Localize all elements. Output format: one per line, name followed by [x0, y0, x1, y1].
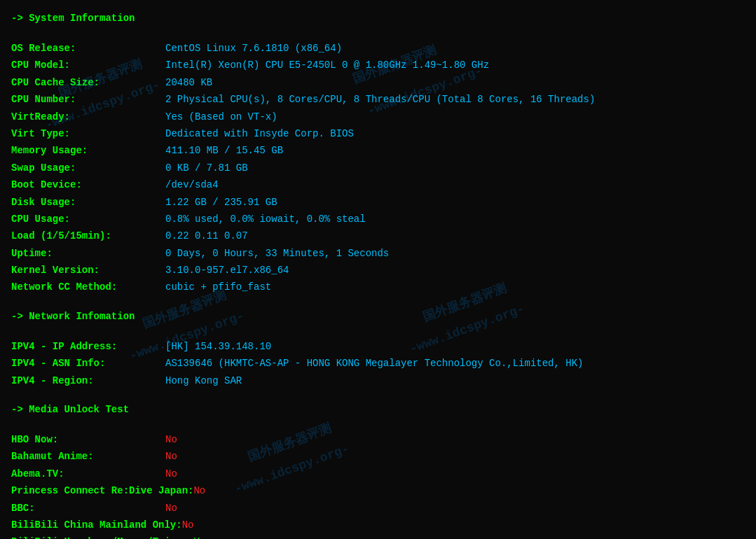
row-value: 0 KB / 7.81 GB: [165, 160, 248, 176]
row-label: VirtReady:: [11, 109, 165, 125]
table-row: Swap Usage:0 KB / 7.81 GB: [11, 160, 745, 176]
media-info-rows: HBO Now:NoBahamut Anime:NoAbema.TV:NoPri…: [11, 432, 745, 539]
row-label: Bahamut Anime:: [11, 449, 165, 464]
row-label: Boot Device:: [11, 177, 165, 192]
table-row: IPV4 - ASN Info:AS139646 (HKMTC-AS-AP - …: [11, 356, 745, 371]
row-label: BiliBili Hongkong/Macau/Taiwan:: [11, 534, 193, 539]
system-info-rows: OS Release:CentOS Linux 7.6.1810 (x86_64…: [11, 41, 745, 295]
row-value: 3.10.0-957.el7.x86_64: [165, 262, 289, 278]
row-value: 0 Days, 0 Hours, 33 Minutes, 1 Seconds: [165, 246, 389, 261]
row-value: 411.10 MB / 15.45 GB: [165, 143, 283, 158]
row-value: [HK] 154.39.148.10: [165, 339, 271, 354]
row-label: IPV4 - IP Address:: [11, 339, 165, 354]
table-row: Load (1/5/15min):0.22 0.11 0.07: [11, 228, 745, 244]
row-label: CPU Cache Size:: [11, 75, 165, 90]
table-row: HBO Now:No: [11, 432, 745, 447]
table-row: Disk Usage:1.22 GB / 235.91 GB: [11, 195, 745, 210]
row-label: Princess Connect Re:Dive Japan:: [11, 483, 193, 498]
table-row: VirtReady:Yes (Based on VT-x): [11, 109, 745, 125]
table-row: IPV4 - Region: Hong Kong SAR: [11, 373, 745, 388]
row-value: No: [193, 483, 205, 498]
table-row: Memory Usage:411.10 MB / 15.45 GB: [11, 143, 745, 158]
row-value: Hong Kong SAR: [165, 373, 242, 388]
row-label: Virt Type:: [11, 126, 165, 141]
row-value: Yes (Based on VT-x): [165, 109, 277, 125]
table-row: CPU Model:Intel(R) Xeon(R) CPU E5-2450L …: [11, 57, 745, 73]
network-section-header: -> Network Infomation: [11, 311, 745, 322]
row-label: Memory Usage:: [11, 143, 165, 158]
table-row: CPU Usage:0.8% used, 0.0% iowait, 0.0% s…: [11, 211, 745, 227]
row-value: No: [165, 500, 177, 516]
row-label: Abema.TV:: [11, 466, 165, 482]
table-row: OS Release:CentOS Linux 7.6.1810 (x86_64…: [11, 41, 745, 56]
row-value: No: [165, 449, 177, 464]
row-value: 20480 KB: [165, 75, 212, 90]
table-row: CPU Number:2 Physical CPU(s), 8 Cores/CP…: [11, 92, 745, 107]
table-row: Uptime:0 Days, 0 Hours, 33 Minutes, 1 Se…: [11, 246, 745, 261]
table-row: Kernel Version:3.10.0-957.el7.x86_64: [11, 262, 745, 278]
table-row: BBC:No: [11, 500, 745, 516]
table-row: BiliBili Hongkong/Macau/Taiwan:Yes: [11, 534, 745, 539]
row-value: 2 Physical CPU(s), 8 Cores/CPU, 8 Thread…: [165, 92, 595, 107]
row-value: /dev/sda4: [165, 177, 219, 192]
table-row: BiliBili China Mainland Only:No: [11, 517, 745, 533]
row-value: 0.8% used, 0.0% iowait, 0.0% steal: [165, 211, 366, 227]
table-row: Abema.TV:No: [11, 466, 745, 482]
row-value: Dedicated with Insyde Corp. BIOS: [165, 126, 354, 141]
row-label: IPV4 - ASN Info:: [11, 356, 165, 371]
row-label: Swap Usage:: [11, 160, 165, 176]
row-label: Uptime:: [11, 246, 165, 261]
row-value: CentOS Linux 7.6.1810 (x86_64): [165, 41, 342, 56]
row-value: 0.22 0.11 0.07: [165, 228, 248, 244]
row-label: Load (1/5/15min):: [11, 228, 165, 244]
table-row: Boot Device:/dev/sda4: [11, 177, 745, 192]
row-label: BiliBili China Mainland Only:: [11, 517, 182, 533]
row-label: Kernel Version:: [11, 262, 165, 278]
row-value: AS139646 (HKMTC-AS-AP - HONG KONG Megala…: [165, 356, 584, 371]
row-label: BBC:: [11, 500, 165, 516]
row-value: No: [182, 517, 194, 533]
row-label: IPV4 - Region:: [11, 373, 165, 388]
row-label: HBO Now:: [11, 432, 165, 447]
row-value: 1.22 GB / 235.91 GB: [165, 195, 277, 210]
row-label: CPU Usage:: [11, 211, 165, 227]
row-value: Yes: [193, 534, 211, 539]
table-row: Princess Connect Re:Dive Japan:No: [11, 483, 745, 498]
row-value: cubic + pfifo_fast: [165, 279, 271, 295]
network-info-rows: IPV4 - IP Address:[HK] 154.39.148.10IPV4…: [11, 339, 745, 388]
row-label: Disk Usage:: [11, 195, 165, 210]
row-label: CPU Number:: [11, 92, 165, 107]
row-value: No: [165, 432, 177, 447]
row-value: No: [165, 466, 177, 482]
table-row: IPV4 - IP Address:[HK] 154.39.148.10: [11, 339, 745, 354]
table-row: CPU Cache Size:20480 KB: [11, 75, 745, 90]
row-label: CPU Model:: [11, 57, 165, 73]
row-label: Network CC Method:: [11, 279, 165, 295]
table-row: Bahamut Anime:No: [11, 449, 745, 464]
media-section-header: -> Media Unlock Test: [11, 404, 745, 415]
system-section-header: -> System Information: [11, 13, 745, 24]
row-value: Intel(R) Xeon(R) CPU E5-2450L 0 @ 1.80GH…: [165, 57, 489, 73]
table-row: Virt Type:Dedicated with Insyde Corp. BI…: [11, 126, 745, 141]
table-row: Network CC Method:cubic + pfifo_fast: [11, 279, 745, 295]
row-label: OS Release:: [11, 41, 165, 56]
